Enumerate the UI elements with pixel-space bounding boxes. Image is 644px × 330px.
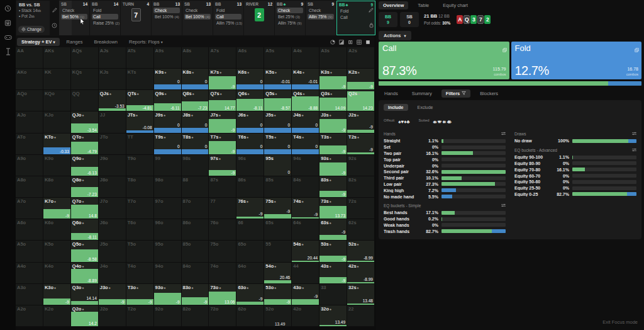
matrix-cell-K6o[interactable]: K6o [43,219,70,240]
node-action-fold[interactable]: Fold [92,8,118,13]
node-action-allin-75-[interactable]: Allin 75%(9) [277,20,303,26]
matrix-cell-82s[interactable]: 82s [347,176,374,197]
matrix-cell-A2o[interactable]: A2o [16,305,43,326]
split-view-icon[interactable] [339,36,344,47]
matrix-cell-76s[interactable]: 76s♠-9 [236,198,264,219]
matrix-cell-A9s[interactable]: A9s [154,47,181,68]
matrix-cell-J2s[interactable]: J2s♠-9 [347,111,374,132]
matrix-cell-AQs[interactable]: AQs [71,47,98,68]
matrix-cell-K8o[interactable]: K8o [43,176,70,197]
node-action-call[interactable]: Call [215,14,242,20]
matrix-cell-T8s[interactable]: T8s♠0 [182,134,209,154]
matrix-cell-K7o[interactable]: K7o♠-9 [43,198,70,219]
pencil-icon[interactable] [369,4,374,15]
heart-suited-icon[interactable]: ♥ [438,119,441,125]
matrix-cell-JTs[interactable]: JTs♠-0.08 [126,111,153,132]
filter-row-best-hands[interactable]: Best hands17.1% [384,210,506,216]
matrix-cell-J4o[interactable]: J4o [99,263,126,283]
solid-view-icon[interactable] [365,36,370,47]
matrix-cell-A3o[interactable]: A3o [16,284,43,305]
matrix-cell-22[interactable]: 22 [347,305,374,326]
filter-row-equity-0-25[interactable]: Equity 0-2582.7% [514,191,636,198]
matrix-cell-KTo[interactable]: KTo♠-0.33 [43,134,70,154]
matrix-cell-J6o[interactable]: J6o [99,219,126,240]
matrix-cell-J5o[interactable]: J5o [99,241,126,261]
matrix-cell-92s[interactable]: 92s [347,155,374,176]
matrix-cell-55[interactable]: 55 [264,241,291,261]
matrix-cell-62o[interactable]: 62o [236,305,264,326]
matrix-cell-K6s[interactable]: K6s♠0 [236,69,264,89]
node-action-check[interactable]: Check [184,8,211,13]
matrix-cell-97o[interactable]: 97o [154,198,181,219]
matrix-cell-J8s[interactable]: J8s♠0 [182,111,209,132]
matrix-cell-KTs[interactable]: KTs [126,69,153,89]
section-options-icon[interactable] [632,132,636,136]
filter-row-no-made-hand[interactable]: No made hand5.5% [384,193,506,200]
matrix-cell-AJs[interactable]: AJs [99,47,126,68]
matrix-cell-Q5s[interactable]: Q5s♠-8.57 [264,90,291,111]
exclude-chip[interactable]: Exclude [413,104,438,111]
filter-row-trash-hands[interactable]: Trash hands82.7% [384,228,506,234]
matrix-cell-53o[interactable]: 53o♠-9 [264,284,291,305]
node-action-check[interactable]: Check [308,8,334,13]
node-action-check[interactable]: Check [153,8,180,13]
tab-blockers[interactable]: Blockers [475,89,502,98]
matrix-cell-T3o[interactable]: T3o♠-9 [126,284,153,305]
lock-icon[interactable] [369,19,374,30]
matrix-cell-62s[interactable]: 62s [347,219,374,240]
filter-row-straight[interactable]: Straight1.1% [384,138,506,144]
matrix-cell-94o[interactable]: 94o [154,263,181,283]
matrix-cell-K9s[interactable]: K9s♠0 [154,69,181,89]
change-button[interactable]: Change [18,26,45,33]
matrix-cell-QTo[interactable]: QTo♠-4.79 [71,134,98,154]
include-chip[interactable]: Include [384,104,408,111]
clock-icon[interactable] [52,20,57,31]
filter-row-equity-60-70[interactable]: Equity 60-700% [514,173,636,179]
matrix-cell-82o[interactable]: 82o [182,305,209,326]
decision-node-BB-1[interactable]: BB14FoldCallRaise 25%(2) [90,1,120,35]
matrix-cell-Q7o[interactable]: Q7o♠14.8 [71,198,98,219]
diamond-suited-icon[interactable]: ♦ [443,119,445,125]
matrix-cell-K3o[interactable]: K3o♠-9 [43,284,70,305]
matrix-cell-JTo[interactable]: JTo [99,134,126,154]
matrix-cell-93s[interactable]: 93s♠-9 [319,155,347,176]
matrix-cell-84s[interactable]: 84s [292,176,319,197]
analyze-icon[interactable] [4,47,13,56]
filter-row-set[interactable]: Set0% [384,144,506,151]
filter-row-underpair[interactable]: Underpair0% [384,162,506,169]
matrix-cell-K2o[interactable]: K2o [43,305,70,326]
matrix-cell-AJo[interactable]: AJo [16,111,43,132]
street-node-river[interactable]: RIVER122 [244,1,274,35]
expand-icon[interactable] [502,43,507,55]
matrix-cell-QTs[interactable]: QTs♠-4.81 [126,90,153,111]
matrix-cell-86o[interactable]: 86o [182,219,209,240]
matrix-cell-J6s[interactable]: J6s♠0 [236,111,264,132]
matrix-cell-QQ[interactable]: QQ [71,90,98,111]
section-options-icon[interactable] [501,132,506,136]
matrix-cell-T5o[interactable]: T5o [126,241,153,261]
matrix-cell-54s[interactable]: 54s♠20.44 [292,241,319,261]
node-action-check[interactable]: Check [277,8,303,13]
tab-table[interactable]: Table [413,1,433,9]
filter-row-no-draw[interactable]: No draw100% [514,138,636,144]
filter-row-king-high[interactable]: King high7.2% [384,187,506,193]
matrix-cell-T9s[interactable]: T9s♠0 [154,134,181,154]
copy-icon[interactable] [369,34,374,35]
matrix-cell-Q8s[interactable]: Q8s♠-7.23 [182,90,209,111]
matrix-cell-42s[interactable]: 42s♠-8.99 [347,263,374,283]
matrix-cell-J8o[interactable]: J8o [99,176,126,197]
decision-node-BB-3[interactable]: BB13CheckBet 100%(4) [152,1,182,35]
matrix-cell-96o[interactable]: 96o [154,219,181,240]
matrix-cell-72s[interactable]: 72s [347,198,374,219]
matrix-cell-Q2o[interactable]: Q2o♠14.2 [71,305,98,326]
matrix-cell-93o[interactable]: 93o♠-9 [154,284,181,305]
matrix-cell-84o[interactable]: 84o [182,263,209,283]
decision-node-SB-4[interactable]: SB13CheckBet 100%(4) [182,1,213,35]
matrix-cell-73o[interactable]: 73o♠13.06 [209,284,236,305]
filter-row-equity-70-80[interactable]: Equity 70-8016.1% [514,166,636,173]
matrix-cell-96s[interactable]: 96s [236,155,264,176]
tab-ranges[interactable]: Ranges [62,38,87,46]
filter-row-low-pair[interactable]: Low pair27.3% [384,181,506,188]
matrix-cell-T2s[interactable]: T2s♠-9 [347,134,374,154]
tab-reports[interactable]: Reports: Flops▾ [125,38,167,46]
